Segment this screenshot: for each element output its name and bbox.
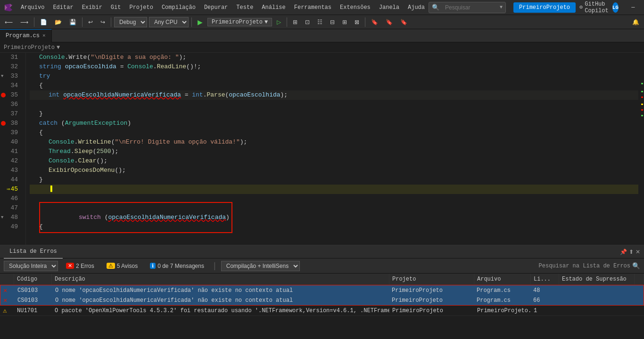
debug-mode-select[interactable]: Debug bbox=[114, 17, 147, 27]
warning-count-button[interactable]: ⚠ 5 Avisos bbox=[102, 261, 142, 271]
error-row-1[interactable]: ✕ CS0103 O nome 'opcaoEscolhidaNumericaV… bbox=[0, 285, 644, 295]
menu-extensoes[interactable]: Extensões bbox=[336, 2, 374, 13]
error-count-button[interactable]: ✕ 2 Erros bbox=[62, 261, 99, 271]
warning-count-label: 5 Avisos bbox=[117, 263, 138, 269]
back-button[interactable]: ⟵ bbox=[2, 16, 16, 28]
code-editor: 31 32 33 ▼ 34 35 36 37 38 39 40 41 42 43… bbox=[0, 53, 644, 245]
breadcrumb: PrimeiroProjeto ▼ bbox=[0, 42, 644, 53]
message-count-button[interactable]: ℹ 0 de 7 Mensagens bbox=[146, 261, 208, 271]
menu-teste[interactable]: Teste bbox=[232, 2, 257, 13]
toolbar-extra2[interactable]: ⊡ bbox=[302, 16, 313, 28]
line-39: 39 bbox=[0, 128, 22, 137]
tab-bar: Program.cs × bbox=[0, 29, 644, 42]
code-line-38: catch (ArgumentException) bbox=[30, 119, 638, 128]
col-code[interactable]: Código bbox=[14, 274, 52, 284]
bottom-panel: Lista de Erros 📌 ⬆ ✕ Solução Inteira ✕ 2… bbox=[0, 245, 644, 339]
toolbar-bookmark2[interactable]: 🔖 bbox=[383, 16, 396, 28]
platform-select[interactable]: Any CPU bbox=[149, 17, 189, 27]
menu-compilacao[interactable]: Compilação bbox=[158, 2, 199, 13]
error-2-code: CS0103 bbox=[15, 295, 52, 305]
forward-button[interactable]: ⟶ bbox=[17, 16, 31, 28]
notifications-button[interactable]: 🔔 bbox=[629, 16, 642, 28]
run-button[interactable]: ▶ bbox=[195, 17, 206, 27]
breadcrumb-project[interactable]: PrimeiroProjeto bbox=[4, 44, 55, 51]
line-36: 36 bbox=[0, 100, 22, 109]
menu-arquivo[interactable]: Arquivo bbox=[17, 2, 48, 13]
github-icon: ⊙ bbox=[579, 4, 583, 11]
search-dropdown-icon[interactable]: ▼ bbox=[500, 5, 503, 10]
toolbar-extra4[interactable]: ⊟ bbox=[327, 16, 338, 28]
error-toolbar: Solução Inteira ✕ 2 Erros ⚠ 5 Avisos ℹ 0… bbox=[0, 258, 644, 274]
menu-ajuda[interactable]: Ajuda bbox=[404, 2, 429, 13]
col-description[interactable]: Descrição bbox=[52, 274, 389, 284]
start-button[interactable]: ▷ bbox=[274, 16, 284, 28]
panel-close-button[interactable]: ✕ bbox=[636, 249, 640, 255]
project-run-dropdown[interactable]: PrimeiroProjeto ▼ bbox=[207, 18, 272, 26]
toolbar-extra5[interactable]: ⊞ bbox=[339, 16, 350, 28]
redo-button[interactable]: ↪ bbox=[98, 16, 108, 28]
code-line-39: { bbox=[30, 128, 638, 137]
col-file[interactable]: Arquivo bbox=[474, 274, 531, 284]
message-count-label: 0 de 7 Mensagens bbox=[157, 263, 204, 269]
code-line-40: Console.WriteLine("\nErro! Digite uma op… bbox=[30, 137, 638, 147]
toolbar-bookmark1[interactable]: 🔖 bbox=[368, 16, 381, 28]
col-project[interactable]: Projeto bbox=[389, 274, 474, 284]
error-1-project: PrimeiroProjeto bbox=[389, 285, 474, 295]
project-tab[interactable]: PrimeiroProjeto bbox=[513, 2, 576, 13]
toolbar-extra6[interactable]: ⊠ bbox=[352, 16, 362, 28]
warning-row-1[interactable]: ⚠ NU1701 O pacote 'OpenXmlPowerTools 4.5… bbox=[0, 306, 644, 316]
col-sort[interactable] bbox=[635, 274, 644, 284]
line-38: 38 bbox=[0, 119, 22, 128]
github-copilot[interactable]: ⊙ GitHub Copilot bbox=[579, 1, 609, 14]
panel-pin-button[interactable]: 📌 bbox=[620, 249, 627, 255]
scope-filter-select[interactable]: Solução Inteira bbox=[4, 261, 58, 271]
line-40: 40 bbox=[0, 137, 22, 147]
error-list-tab[interactable]: Lista de Erros bbox=[4, 245, 63, 258]
panel-undock-button[interactable]: ⬆ bbox=[629, 249, 634, 255]
error-1-icon: ✕ bbox=[0, 285, 15, 295]
error-2-icon: ✕ bbox=[0, 295, 15, 305]
error-2-project: PrimeiroProjeto bbox=[389, 295, 474, 305]
error-2-file: Program.cs bbox=[474, 295, 530, 305]
line-49: 49 bbox=[0, 222, 22, 232]
menu-analise[interactable]: Análise bbox=[258, 2, 289, 13]
menu-ferramentas[interactable]: Ferramentas bbox=[290, 2, 335, 13]
menu-projeto[interactable]: Projeto bbox=[125, 2, 157, 13]
search-errors-button[interactable]: 🔍 bbox=[632, 262, 640, 269]
toolbar-extra3[interactable]: ☷ bbox=[314, 16, 325, 28]
code-line-31: Console.Write("\nDigite a sua opção: "); bbox=[30, 53, 638, 62]
error-1-extra bbox=[634, 285, 644, 295]
menu-janela[interactable]: Janela bbox=[375, 2, 403, 13]
user-avatar[interactable]: LG bbox=[612, 2, 619, 13]
error-row-2[interactable]: ✕ CS0103 O nome 'opcaoEscolhidaNumericaV… bbox=[0, 295, 644, 306]
tab-close-button[interactable]: × bbox=[42, 33, 46, 39]
new-file-button[interactable]: 📄 bbox=[37, 16, 50, 28]
col-line[interactable]: Li... bbox=[531, 274, 559, 284]
build-mode-select[interactable]: Compilação + IntelliSens bbox=[221, 261, 300, 271]
code-line-37: } bbox=[30, 109, 638, 119]
menu-exibir[interactable]: Exibir bbox=[78, 2, 106, 13]
message-badge: ℹ bbox=[150, 263, 156, 269]
line-41: 41 bbox=[0, 147, 22, 156]
program-cs-tab[interactable]: Program.cs × bbox=[0, 29, 52, 42]
toolbar-bookmark3[interactable]: 🔖 bbox=[397, 16, 410, 28]
menu-depurar[interactable]: Depurar bbox=[200, 2, 231, 13]
window-controls: ─ □ ✕ bbox=[622, 0, 644, 15]
open-button[interactable]: 📂 bbox=[52, 16, 65, 28]
undo-button[interactable]: ↩ bbox=[85, 16, 96, 28]
search-errors: Pesquisar na Lista de Erros 🔍 bbox=[539, 262, 640, 269]
menu-git[interactable]: Git bbox=[107, 2, 125, 13]
line-33: 33 ▼ bbox=[0, 72, 22, 81]
col-suppression[interactable]: Estado de Supressão bbox=[559, 274, 635, 284]
minimize-button[interactable]: ─ bbox=[622, 0, 644, 15]
error-table-header: Código Descrição Projeto Arquivo Li... E… bbox=[0, 274, 644, 285]
code-line-34: { bbox=[30, 81, 638, 90]
search-input[interactable] bbox=[441, 3, 498, 12]
save-button[interactable]: 💾 bbox=[66, 16, 79, 28]
line-35: 35 bbox=[0, 90, 22, 100]
line-37: 37 bbox=[0, 109, 22, 119]
menu-editar[interactable]: Editar bbox=[49, 2, 77, 13]
toolbar-extra1[interactable]: ⊞ bbox=[290, 16, 300, 28]
vs-logo bbox=[4, 3, 13, 12]
code-content[interactable]: Console.Write("\nDigite a sua opção: ");… bbox=[26, 53, 638, 245]
